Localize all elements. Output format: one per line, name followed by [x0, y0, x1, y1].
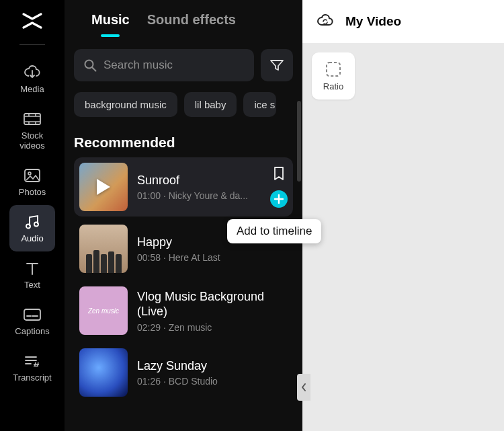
track-thumbnail[interactable]: [79, 163, 128, 211]
svg-point-2: [28, 172, 31, 175]
track-thumbnail[interactable]: Zen music: [79, 286, 128, 335]
track-row[interactable]: Lazy Sunday 01:26 · BCD Studio: [74, 343, 293, 402]
panel-tabs: Music Sound effects: [74, 8, 293, 37]
suggestion-chips: background music lil baby ice s: [74, 92, 293, 117]
ratio-button[interactable]: Ratio: [312, 52, 355, 100]
sidebar-item-media[interactable]: Media: [9, 56, 55, 102]
search-icon: [83, 58, 97, 72]
track-meta: 02:29 · Zen music: [137, 322, 288, 333]
scrollbar-thumb[interactable]: [297, 101, 301, 182]
track-title: Vlog Music Background (Live): [137, 289, 288, 319]
ratio-label: Ratio: [323, 81, 343, 91]
preview-header: My Video: [302, 0, 504, 43]
filter-icon: [269, 58, 284, 72]
add-to-timeline-button[interactable]: [270, 190, 288, 208]
transcript-icon: [23, 352, 42, 370]
music-note-icon: [24, 213, 41, 231]
search-placeholder: Search music: [103, 58, 173, 72]
chip-lil-baby[interactable]: lil baby: [184, 92, 237, 117]
sidebar-item-captions[interactable]: Captions: [9, 298, 55, 344]
tab-sound-effects[interactable]: Sound effects: [147, 12, 236, 37]
svg-point-3: [26, 225, 30, 229]
track-meta: 00:58 · Here At Last: [137, 252, 288, 263]
plus-icon: [274, 194, 284, 204]
sidebar-item-transcript[interactable]: Transcript: [9, 344, 55, 391]
track-row[interactable]: Sunroof 01:00 · Nicky Youre & da...: [74, 157, 293, 217]
bookmark-button[interactable]: [272, 166, 286, 184]
track-meta: 01:00 · Nicky Youre & da...: [137, 190, 261, 201]
svg-point-6: [85, 61, 93, 69]
track-title: Sunroof: [137, 173, 261, 188]
filter-button[interactable]: [261, 49, 293, 81]
preview-area: My Video Ratio: [302, 0, 504, 431]
text-icon: [24, 260, 40, 277]
captions-icon: [23, 306, 42, 323]
svg-point-4: [34, 223, 38, 227]
sidebar-item-text[interactable]: Text: [9, 251, 55, 298]
cloud-download-icon: [23, 64, 42, 81]
sidebar-item-audio[interactable]: Audio: [9, 205, 55, 251]
svg-rect-7: [327, 63, 340, 76]
bookmark-icon: [272, 166, 286, 181]
sidebar-item-label: Stock videos: [9, 130, 55, 151]
cloud-sync-button[interactable]: [316, 13, 335, 30]
app-logo[interactable]: [21, 9, 44, 32]
search-input[interactable]: Search music: [74, 49, 254, 81]
sidebar-item-label: Photos: [19, 187, 46, 197]
sidebar-divider: [19, 44, 45, 45]
sidebar-item-label: Captions: [15, 326, 49, 336]
chip-background-music[interactable]: background music: [74, 92, 177, 117]
track-list: Sunroof 01:00 · Nicky Youre & da... Happ…: [74, 157, 293, 402]
sidebar-item-photos[interactable]: Photos: [9, 159, 55, 205]
track-meta: 01:26 · BCD Studio: [137, 376, 288, 387]
sidebar-item-label: Transcript: [13, 373, 51, 383]
ratio-icon: [324, 61, 343, 78]
sidebar-item-label: Audio: [21, 233, 43, 243]
left-sidebar: Media Stock videos Photos Audio Text Cap…: [0, 0, 65, 431]
play-icon: [97, 179, 110, 195]
sidebar-item-label: Text: [24, 280, 40, 290]
sidebar-item-stock-videos[interactable]: Stock videos: [9, 102, 55, 159]
svg-rect-0: [24, 114, 40, 124]
preview-canvas[interactable]: Ratio: [302, 43, 504, 431]
audio-panel: Music Sound effects Search music backgro…: [65, 0, 302, 431]
image-icon: [24, 167, 41, 184]
svg-rect-5: [24, 309, 40, 320]
tab-music[interactable]: Music: [91, 12, 130, 37]
track-thumbnail[interactable]: [79, 225, 128, 273]
track-title: Lazy Sunday: [137, 359, 288, 373]
project-title[interactable]: My Video: [345, 14, 401, 29]
chip-ice[interactable]: ice s: [243, 92, 276, 117]
chevron-left-icon: [300, 383, 307, 392]
add-to-timeline-tooltip: Add to timeline: [227, 219, 321, 243]
cloud-icon: [316, 13, 335, 28]
sidebar-item-label: Media: [20, 84, 44, 94]
panel-collapse-handle[interactable]: [297, 374, 310, 401]
track-thumbnail[interactable]: [79, 348, 128, 397]
recommended-heading: Recommended: [74, 134, 293, 151]
filmstrip-icon: [23, 110, 42, 128]
track-row[interactable]: Zen music Vlog Music Background (Live) 0…: [74, 281, 293, 340]
